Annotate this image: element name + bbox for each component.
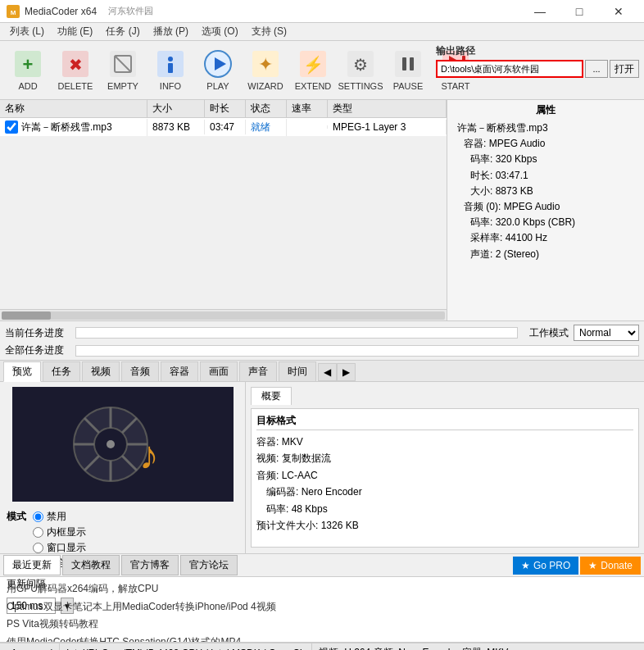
prop-audio: 音频 (0): MPEG Audio bbox=[451, 199, 641, 215]
summary-tab[interactable]: 概要 bbox=[251, 387, 292, 405]
news-item-0[interactable]: 用GPU解码器x264编码，解放CPU bbox=[7, 580, 637, 598]
table-row[interactable]: 许嵩－断桥残雪.mp3 8873 KB 03:47 就绪 MPEG-1 Laye… bbox=[0, 118, 447, 136]
svg-text:♪: ♪ bbox=[139, 434, 159, 477]
news-tab-recent[interactable]: 最近更新 bbox=[3, 555, 61, 575]
menu-bar: 列表 (L) 功能 (E) 任务 (J) 播放 (P) 选项 (O) 支持 (S… bbox=[0, 23, 644, 41]
mode-disabled[interactable]: 禁用 bbox=[33, 510, 86, 524]
output-path-browse-button[interactable]: ... bbox=[585, 60, 608, 78]
file-scrollbar[interactable] bbox=[0, 309, 447, 320]
file-status-cell: 就绪 bbox=[246, 119, 287, 136]
tab-preview[interactable]: 预览 bbox=[3, 361, 41, 382]
status-bar: 1 queued Intel(R) Core(TM) i5-4460 CPU /… bbox=[0, 643, 644, 650]
donate-label: Donate bbox=[601, 560, 633, 571]
news-tab-docs[interactable]: 文档教程 bbox=[62, 555, 120, 575]
news-tab-forum[interactable]: 官方论坛 bbox=[180, 555, 238, 575]
mode-disabled-radio[interactable] bbox=[33, 511, 43, 522]
extend-button[interactable]: ⚡ EXTEND bbox=[290, 45, 336, 96]
current-progress-label: 当前任务进度 bbox=[5, 326, 70, 340]
tab-video[interactable]: 视频 bbox=[82, 361, 120, 381]
empty-button[interactable]: EMPTY bbox=[100, 45, 146, 96]
go-pro-button[interactable]: ★ Go PRO bbox=[513, 557, 578, 575]
output-path-open-button[interactable]: 打开 bbox=[610, 60, 639, 78]
news-bar: 最近更新 文档教程 官方博客 官方论坛 ★ Go PRO ★ Donate bbox=[0, 554, 644, 577]
news-tab-blog[interactable]: 官方博客 bbox=[121, 555, 179, 575]
info-button[interactable]: INFO bbox=[147, 45, 193, 96]
watermark: 河东软件园 bbox=[108, 5, 153, 17]
news-item-3[interactable]: 使用MediaCoder转换HTC Sensation(G14)格式的MP4 bbox=[7, 634, 637, 643]
delete-label: DELETE bbox=[58, 81, 93, 91]
current-progress-row: 当前任务进度 工作模式 Normal Fast Slow bbox=[5, 325, 639, 341]
preview-area: ♪ bbox=[12, 387, 234, 502]
tab-picture[interactable]: 画面 bbox=[200, 361, 238, 381]
scrollbar-track bbox=[2, 311, 445, 320]
work-mode-label: 工作模式 bbox=[529, 326, 569, 340]
tab-sound[interactable]: 声音 bbox=[239, 361, 277, 381]
file-checkbox[interactable] bbox=[5, 120, 18, 134]
status-queue: 1 queued bbox=[5, 643, 60, 650]
add-label: ADD bbox=[18, 81, 37, 91]
prop-duration: 时长: 03:47.1 bbox=[451, 168, 641, 184]
go-pro-icon: ★ bbox=[521, 560, 530, 571]
format-encoder: 编码器: Nero Encoder bbox=[256, 484, 633, 500]
tab-scroll-right[interactable]: ▶ bbox=[337, 363, 356, 381]
mode-inner-radio[interactable] bbox=[33, 527, 43, 538]
progress-area: 当前任务进度 工作模式 Normal Fast Slow 全部任务进度 bbox=[0, 321, 644, 361]
col-type: 类型 bbox=[328, 100, 447, 117]
prop-size: 大小: 8873 KB bbox=[451, 184, 641, 199]
menu-function[interactable]: 功能 (E) bbox=[51, 23, 99, 40]
svg-text:✦: ✦ bbox=[258, 54, 273, 75]
settings-button[interactable]: ⚙ SETTINGS bbox=[338, 45, 383, 96]
output-path-label: 输出路径 bbox=[436, 44, 639, 58]
properties-title: 属性 bbox=[451, 103, 641, 117]
tab-scroll-left[interactable]: ◀ bbox=[318, 363, 337, 381]
go-pro-label: Go PRO bbox=[533, 560, 570, 571]
wizard-button[interactable]: ✦ WIZARD bbox=[243, 45, 288, 96]
pause-icon bbox=[393, 49, 423, 79]
file-size-cell: 8873 KB bbox=[147, 120, 205, 134]
menu-options[interactable]: 选项 (O) bbox=[195, 23, 245, 40]
delete-button[interactable]: ✖ DELETE bbox=[52, 45, 98, 96]
close-button[interactable]: ✕ bbox=[600, 0, 637, 23]
empty-label: EMPTY bbox=[107, 81, 138, 91]
tab-audio[interactable]: 音频 bbox=[121, 361, 159, 381]
maximize-button[interactable]: □ bbox=[560, 0, 598, 23]
col-size: 大小 bbox=[147, 100, 205, 117]
svg-text:✖: ✖ bbox=[69, 56, 83, 74]
svg-text:⚙: ⚙ bbox=[353, 56, 368, 74]
output-path-row: ... 打开 bbox=[436, 60, 639, 78]
play-icon bbox=[203, 49, 233, 79]
news-item-2[interactable]: PS Vita视频转码教程 bbox=[7, 616, 637, 634]
toolbar: + ADD ✖ DELETE EMPTY bbox=[0, 41, 644, 100]
app-title: MediaCoder x64 bbox=[25, 6, 97, 17]
menu-list[interactable]: 列表 (L) bbox=[3, 23, 51, 40]
extend-label: EXTEND bbox=[295, 81, 332, 91]
menu-task[interactable]: 任务 (J) bbox=[99, 23, 146, 40]
window-controls: — □ ✕ bbox=[521, 0, 637, 23]
svg-rect-20 bbox=[395, 51, 421, 77]
mode-inner[interactable]: 内框显示 bbox=[33, 525, 86, 539]
prop-container: 容器: MPEG Audio bbox=[451, 136, 641, 152]
pause-button[interactable]: PAUSE bbox=[385, 45, 431, 96]
wizard-label: WIZARD bbox=[247, 81, 283, 91]
news-content: 用GPU解码器x264编码，解放CPU Optimus双显卡笔记本上用Media… bbox=[0, 577, 644, 643]
tab-time[interactable]: 时间 bbox=[279, 361, 316, 381]
tab-task[interactable]: 任务 bbox=[43, 361, 80, 381]
tab-container[interactable]: 容器 bbox=[161, 361, 198, 381]
main-area: 名称 大小 时长 状态 速率 类型 许嵩－断桥残雪.mp3 8873 KB 03… bbox=[0, 100, 644, 321]
status-cpu: Intel(R) Core(TM) i5-4460 CPU / Intel MS… bbox=[60, 643, 312, 650]
add-button[interactable]: + ADD bbox=[5, 45, 51, 96]
news-item-1[interactable]: Optimus双显卡笔记本上用MediaCoder转换iPhone/iPod 4… bbox=[7, 598, 637, 616]
play-button[interactable]: PLAY bbox=[195, 45, 241, 96]
mode-window[interactable]: 窗口显示 bbox=[33, 541, 86, 555]
output-path-input[interactable] bbox=[436, 60, 583, 78]
minimize-button[interactable]: — bbox=[521, 0, 559, 23]
donate-button[interactable]: ★ Donate bbox=[580, 557, 641, 575]
all-progress-bar-container bbox=[75, 345, 639, 357]
menu-play[interactable]: 播放 (P) bbox=[147, 23, 195, 40]
menu-support[interactable]: 支持 (S) bbox=[245, 23, 293, 40]
delete-icon: ✖ bbox=[61, 49, 90, 79]
mode-window-radio[interactable] bbox=[33, 543, 43, 553]
work-mode-select[interactable]: Normal Fast Slow bbox=[574, 325, 639, 341]
format-video: 视频: 复制数据流 bbox=[256, 450, 633, 466]
summary-content: 目标格式 容器: MKV 视频: 复制数据流 音频: LC-AAC 编码器: N… bbox=[251, 408, 639, 548]
